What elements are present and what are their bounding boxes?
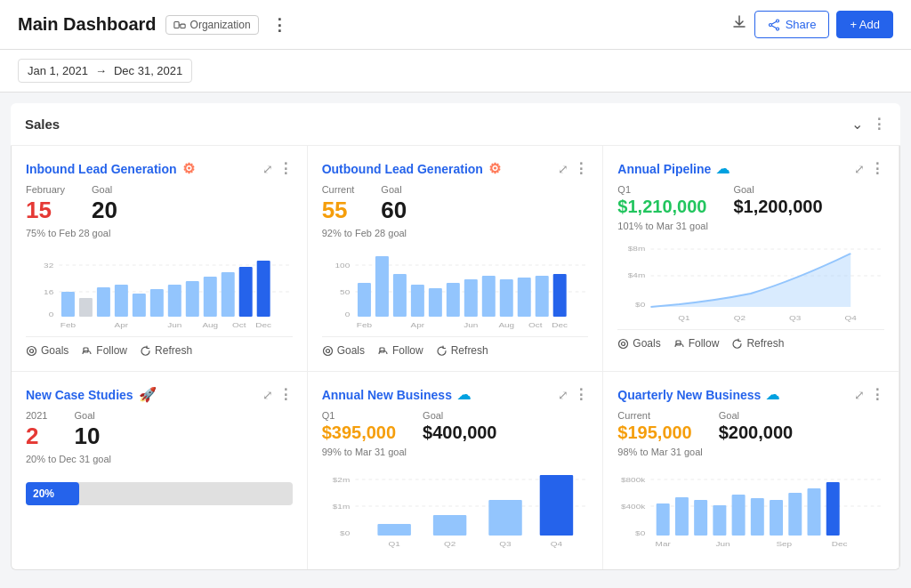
- svg-text:$0: $0: [635, 301, 645, 309]
- svg-text:$2m: $2m: [332, 476, 349, 484]
- card-icons: ⤢ ⋮: [854, 160, 884, 177]
- goal-value: 60: [381, 197, 407, 224]
- section-actions: ⌄ ⋮: [851, 116, 886, 133]
- svg-point-3: [776, 20, 778, 22]
- svg-text:Q4: Q4: [550, 540, 561, 548]
- svg-point-29: [28, 346, 36, 355]
- goals-button[interactable]: Goals: [617, 337, 660, 350]
- svg-rect-97: [826, 482, 840, 536]
- section-more-button[interactable]: ⋮: [872, 116, 886, 133]
- current-metric: Q1 $1,210,000: [617, 184, 706, 217]
- current-metric: 2021 2: [26, 410, 47, 450]
- svg-rect-47: [535, 276, 548, 317]
- follow-button[interactable]: Follow: [673, 337, 720, 350]
- card-header: Annual New Business ☁ ⤢ ⋮: [322, 386, 589, 403]
- follow-button[interactable]: Follow: [377, 344, 423, 357]
- svg-rect-37: [358, 283, 371, 317]
- share-icon: [768, 19, 780, 31]
- progress-text: 92% to Feb 28 goal: [322, 228, 589, 238]
- svg-text:Aug: Aug: [498, 321, 514, 329]
- expand-icon[interactable]: ⤢: [558, 162, 568, 176]
- goals-icon: [322, 345, 334, 357]
- refresh-button[interactable]: Refresh: [436, 344, 488, 357]
- svg-rect-44: [481, 276, 495, 317]
- follow-label: Follow: [392, 344, 423, 357]
- refresh-button[interactable]: Refresh: [140, 344, 192, 357]
- card-more-button[interactable]: ⋮: [278, 386, 293, 403]
- progress-bar-area: 20%: [26, 482, 293, 505]
- area-chart: $8m $4m $0 Q1 Q2 Q3 Q4: [617, 240, 884, 320]
- svg-rect-78: [539, 475, 572, 536]
- metric-row: Current $195,000 Goal $200,000: [617, 410, 884, 443]
- card-more-button[interactable]: ⋮: [870, 386, 884, 403]
- goal-metric: Goal 60: [381, 184, 407, 224]
- goals-button[interactable]: Goals: [26, 344, 69, 357]
- svg-rect-38: [375, 256, 389, 317]
- follow-button[interactable]: Follow: [81, 344, 127, 357]
- download-icon: [731, 14, 747, 30]
- main-header: Main Dashboard Organization ⋮ Share + Ad…: [0, 0, 911, 50]
- svg-point-67: [619, 339, 628, 348]
- goal-value: 20: [92, 197, 117, 224]
- refresh-label: Refresh: [746, 337, 784, 350]
- org-badge[interactable]: Organization: [165, 15, 259, 35]
- metric-row: February 15 Goal 20: [26, 184, 293, 224]
- section-collapse-button[interactable]: ⌄: [851, 116, 863, 133]
- svg-rect-91: [713, 505, 727, 536]
- svg-text:Dec: Dec: [832, 540, 848, 548]
- card-more-button[interactable]: ⋮: [278, 160, 293, 177]
- goals-button[interactable]: Goals: [322, 344, 365, 357]
- current-value: $1,210,000: [617, 197, 706, 217]
- bar-chart: $800k $400k $0 Mar Jun Sep Dec: [617, 466, 884, 546]
- card-more-button[interactable]: ⋮: [574, 160, 588, 177]
- svg-text:Q3: Q3: [499, 540, 511, 548]
- svg-text:$800k: $800k: [621, 476, 646, 484]
- metric-row: Current 55 Goal 60: [322, 184, 589, 224]
- svg-text:Mar: Mar: [656, 540, 671, 548]
- svg-text:32: 32: [44, 262, 53, 270]
- card-more-button[interactable]: ⋮: [574, 386, 588, 403]
- svg-rect-18: [186, 281, 199, 317]
- svg-text:Dec: Dec: [255, 321, 271, 329]
- card-header: Inbound Lead Generation ⚙ ⤢ ⋮: [26, 160, 293, 177]
- follow-label: Follow: [689, 337, 720, 350]
- chart-svg: $2m $1m $0 Q1 Q2 Q3 Q4: [322, 466, 589, 537]
- date-range[interactable]: Jan 1, 2021 → Dec 31, 2021: [18, 59, 192, 83]
- card-inbound-lead: Inbound Lead Generation ⚙ ⤢ ⋮ February 1…: [12, 146, 308, 372]
- hubspot-icon: ⚙: [488, 160, 501, 177]
- add-button[interactable]: + Add: [836, 11, 893, 38]
- expand-icon[interactable]: ⤢: [558, 388, 568, 402]
- download-button[interactable]: [731, 14, 747, 35]
- current-metric: Q1 $395,000: [322, 410, 396, 443]
- refresh-label: Refresh: [155, 344, 192, 357]
- svg-rect-95: [789, 493, 802, 536]
- refresh-button[interactable]: Refresh: [731, 337, 784, 350]
- card-title-text: Inbound Lead Generation: [26, 162, 177, 176]
- share-button[interactable]: Share: [754, 11, 830, 38]
- expand-icon[interactable]: ⤢: [262, 162, 273, 176]
- svg-point-4: [776, 28, 778, 30]
- cards-grid: Inbound Lead Generation ⚙ ⤢ ⋮ February 1…: [11, 146, 900, 570]
- card-footer: Goals Follow Refresh: [26, 336, 293, 357]
- expand-icon[interactable]: ⤢: [854, 388, 865, 402]
- expand-icon[interactable]: ⤢: [854, 162, 865, 176]
- current-metric: Current $195,000: [617, 410, 691, 443]
- card-icons: ⤢ ⋮: [854, 386, 884, 403]
- org-icon: [173, 19, 186, 31]
- card-title-text: Quarterly New Business: [617, 388, 761, 402]
- svg-text:0: 0: [344, 310, 350, 318]
- expand-icon[interactable]: ⤢: [262, 388, 273, 402]
- progress-text: 98% to Mar 31 goal: [617, 447, 884, 457]
- salesforce-icon: ☁: [716, 161, 730, 177]
- current-metric: February 15: [26, 184, 65, 224]
- header-more-button[interactable]: ⋮: [271, 15, 287, 35]
- chart-svg: 100 50 0 Feb Apr Jun Aug Oc: [322, 247, 589, 318]
- card-footer: Goals Follow Refresh: [617, 329, 884, 350]
- card-header: Annual Pipeline ☁ ⤢ ⋮: [617, 160, 884, 177]
- refresh-icon: [140, 345, 151, 357]
- metric-row: 2021 2 Goal 10: [26, 410, 293, 450]
- rocket-icon: 🚀: [139, 386, 157, 403]
- svg-rect-15: [133, 294, 146, 317]
- card-title-text: New Case Studies: [26, 388, 133, 402]
- card-more-button[interactable]: ⋮: [870, 160, 884, 177]
